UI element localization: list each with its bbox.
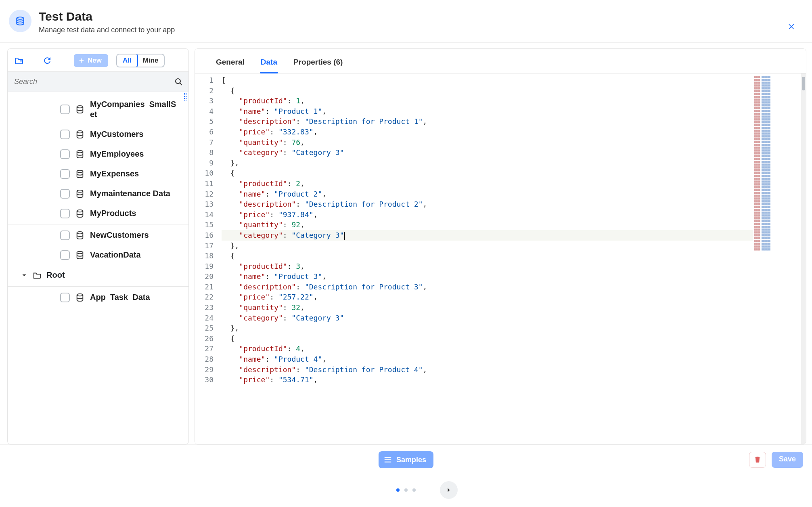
dataset-label: Mymaintenance Data [90, 189, 180, 199]
database-header-icon [9, 10, 31, 32]
dataset-label: MyCustomers [90, 129, 180, 139]
new-folder-icon[interactable] [13, 55, 25, 66]
dataset-label: VacationData [90, 250, 180, 260]
new-button[interactable]: New [74, 54, 108, 67]
pager-dots [396, 488, 416, 492]
dataset-item[interactable]: MyCompanies_SmallSet [8, 94, 188, 124]
svg-point-2 [77, 130, 83, 133]
pager-next-button[interactable] [440, 481, 458, 499]
checkbox[interactable] [60, 169, 70, 179]
svg-point-5 [77, 190, 83, 192]
checkbox[interactable] [60, 189, 70, 199]
code-editor[interactable]: 1234567891011121314151617181920212223242… [195, 73, 806, 444]
dataset-label: MyProducts [90, 208, 180, 218]
svg-point-6 [77, 210, 83, 212]
dataset-label: MyCompanies_SmallSet [90, 99, 180, 119]
dataset-item[interactable]: App_Task_Data [8, 287, 188, 307]
dataset-label: MyEmployees [90, 149, 180, 159]
pager [0, 475, 812, 507]
database-icon [75, 189, 84, 198]
dataset-item[interactable]: NewCustomers [8, 225, 188, 245]
dataset-item[interactable]: VacationData [8, 245, 188, 265]
svg-point-3 [77, 150, 83, 153]
svg-point-1 [77, 106, 83, 108]
editor-gutter: 1234567891011121314151617181920212223242… [195, 73, 218, 444]
checkbox[interactable] [60, 230, 70, 240]
checkbox[interactable] [60, 250, 70, 260]
sidebar: New All Mine ⠿⠿ MyCompanies_SmallSetMyCu… [7, 48, 189, 444]
database-icon [75, 209, 84, 218]
delete-button[interactable] [749, 452, 766, 468]
database-icon [75, 130, 84, 139]
checkbox[interactable] [60, 130, 70, 139]
checkbox[interactable] [60, 105, 70, 114]
header: Test Data Manage test data and connect t… [0, 0, 812, 43]
database-icon [75, 293, 84, 302]
page-subtitle: Manage test data and connect to your app [39, 26, 175, 34]
pager-dot-1[interactable] [396, 488, 400, 492]
pager-dot-3[interactable] [412, 488, 416, 492]
refresh-icon[interactable] [42, 55, 53, 66]
tab-general[interactable]: General [215, 54, 245, 73]
dataset-tree[interactable]: MyCompanies_SmallSetMyCustomersMyEmploye… [8, 92, 188, 444]
database-icon [75, 150, 84, 159]
close-button[interactable] [786, 21, 797, 32]
dataset-item[interactable]: MyProducts [8, 203, 188, 223]
dataset-label: NewCustomers [90, 230, 180, 240]
resize-handle-icon[interactable]: ⠿⠿ [183, 94, 188, 101]
svg-point-4 [77, 170, 83, 172]
new-button-label: New [88, 57, 102, 65]
root-label: Root [46, 270, 65, 280]
search-icon[interactable] [174, 77, 184, 87]
save-button[interactable]: Save [772, 452, 803, 468]
search-row [8, 71, 188, 92]
editor-code[interactable]: [ { "productId": 1, "name": "Product 1",… [218, 73, 753, 444]
dataset-item[interactable]: Mymaintenance Data [8, 184, 188, 203]
svg-point-0 [176, 79, 180, 84]
dataset-label: MyExpenses [90, 169, 180, 179]
database-icon [75, 231, 84, 240]
checkbox[interactable] [60, 293, 70, 302]
database-icon [75, 170, 84, 178]
samples-label: Samples [396, 456, 426, 464]
editor-scrollbar[interactable] [801, 73, 806, 444]
samples-button[interactable]: Samples [379, 451, 433, 468]
editor-minimap[interactable]: ▆▆▆▆ ▆▆▆▆▆▆▆▆▆▆ ▆▆▆▆▆▆▆▆▆▆ ▆▆▆▆▆▆▆▆▆▆ ▆▆… [753, 73, 801, 444]
dataset-item[interactable]: MyCustomers [8, 124, 188, 144]
database-icon [75, 105, 84, 114]
pager-dot-2[interactable] [404, 488, 408, 492]
dataset-item[interactable]: MyEmployees [8, 144, 188, 164]
tab-properties[interactable]: Properties (6) [293, 54, 343, 73]
checkbox[interactable] [60, 209, 70, 218]
svg-point-8 [77, 251, 83, 254]
dataset-item[interactable]: MyExpenses [8, 164, 188, 184]
svg-point-9 [77, 293, 83, 296]
folder-icon [33, 271, 42, 280]
filter-segment: All Mine [116, 54, 165, 67]
database-icon [75, 251, 84, 260]
root-folder[interactable]: Root [8, 265, 188, 285]
filter-mine[interactable]: Mine [137, 54, 164, 67]
chevron-down-icon [21, 272, 28, 279]
main-panel: General Data Properties (6) 123456789101… [195, 48, 806, 444]
page-title: Test Data [39, 10, 175, 23]
checkbox[interactable] [60, 149, 70, 159]
tab-data[interactable]: Data [260, 54, 278, 73]
dataset-label: App_Task_Data [90, 292, 180, 302]
search-input[interactable] [13, 74, 174, 89]
svg-point-7 [77, 231, 83, 234]
filter-all[interactable]: All [116, 54, 138, 67]
footer: Samples Save [0, 444, 812, 475]
